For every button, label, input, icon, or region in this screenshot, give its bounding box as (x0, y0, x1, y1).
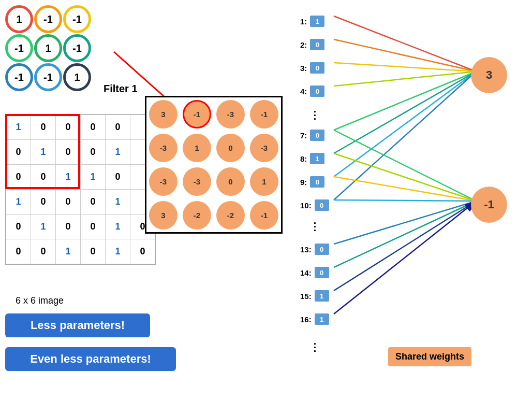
input-node-7: 10:0 (300, 199, 329, 211)
image-cell-2-4: 0 (106, 165, 130, 190)
conv-cell-3-1: -2 (180, 198, 214, 232)
input-label-3: 4: (300, 87, 307, 96)
conv-cell-0-3: -1 (247, 97, 281, 131)
input-value-4: 0 (310, 130, 324, 141)
input-value-9: 0 (315, 267, 329, 278)
input-label-2: 3: (300, 64, 307, 73)
conv-cell-0-0: 3 (146, 97, 180, 131)
filter-cell-5: -1 (63, 34, 91, 62)
conv-circle-0-3: -1 (250, 100, 278, 128)
image-cell-1-0: 0 (6, 140, 31, 165)
conv-cell-2-0: -3 (146, 165, 180, 198)
image-grid: 10000010010011010001010010001010 (5, 114, 156, 265)
image-cell-3-0: 1 (6, 190, 31, 215)
dots-2: ⋮ (309, 341, 320, 353)
image-cell-0-1: 0 (31, 115, 56, 140)
neural-network-area: 1:12:03:04:07:08:19:010:013:014:015:116:… (300, 5, 528, 394)
image-cell-0-4: 0 (106, 115, 130, 140)
conv-cell-1-1: 1 (180, 131, 214, 165)
image-cell-2-2: 1 (56, 165, 81, 190)
input-label-6: 9: (300, 178, 307, 187)
image-cell-5-3: 0 (81, 239, 106, 264)
filter-kernel: 1-1-1-11-1-1-11 (5, 5, 91, 91)
input-value-5: 1 (310, 153, 324, 164)
input-node-10: 15:1 (300, 290, 329, 302)
conv-circle-0-0: 3 (149, 100, 178, 128)
conv-circle-2-3: 1 (250, 167, 278, 196)
filter-cell-6: -1 (5, 63, 33, 91)
image-cell-3-2: 0 (56, 190, 81, 215)
input-value-1: 0 (310, 39, 324, 50)
input-node-9: 14:0 (300, 267, 329, 278)
image-cell-4-1: 1 (31, 215, 56, 239)
conv-cell-0-1: -1 (180, 97, 214, 131)
input-value-3: 0 (310, 85, 324, 97)
less-params-button[interactable]: Less parameters! (5, 313, 150, 337)
input-value-11: 1 (315, 313, 329, 325)
filter-cell-7: -1 (34, 63, 62, 91)
input-node-1: 2:0 (300, 39, 324, 50)
image-cell-5-5: 0 (130, 239, 155, 264)
conv-cell-1-2: 0 (214, 131, 247, 165)
shared-weights-label: Shared weights (388, 347, 471, 366)
image-cell-5-0: 0 (6, 239, 31, 264)
input-node-6: 9:0 (300, 176, 324, 188)
conv-cell-3-3: -1 (247, 198, 281, 232)
input-label-9: 14: (300, 268, 312, 277)
input-value-7: 0 (315, 199, 329, 211)
image-cell-1-4: 1 (106, 140, 130, 165)
image-cell-5-4: 1 (106, 239, 130, 264)
input-label-5: 8: (300, 154, 307, 163)
conv-circle-3-1: -2 (183, 201, 211, 230)
filter-cell-1: -1 (34, 5, 62, 33)
conv-cell-2-2: 0 (214, 165, 247, 198)
filter-cell-0: 1 (5, 5, 33, 33)
conv-cell-1-0: -3 (146, 131, 180, 165)
image-cell-5-1: 0 (31, 239, 56, 264)
dots-1: ⋮ (309, 220, 320, 233)
image-cell-3-4: 1 (106, 190, 130, 215)
filter-cell-8: 1 (63, 63, 91, 91)
conv-circle-1-3: -3 (250, 134, 278, 162)
image-cell-3-1: 0 (31, 190, 56, 215)
image-cell-4-2: 0 (56, 215, 81, 239)
input-label-11: 16: (300, 315, 312, 324)
image-cell-3-3: 0 (81, 190, 106, 215)
image-cell-0-2: 0 (56, 115, 81, 140)
input-label-1: 2: (300, 40, 307, 49)
image-cell-2-0: 0 (6, 165, 31, 190)
input-value-2: 0 (310, 62, 324, 74)
input-node-11: 16:1 (300, 313, 329, 325)
image-cell-4-0: 0 (6, 215, 31, 239)
input-label-0: 1: (300, 17, 307, 26)
filter-cell-4: 1 (34, 34, 62, 62)
filter-cell-2: -1 (63, 5, 91, 33)
image-cell-1-2: 0 (56, 140, 81, 165)
dots-0: ⋮ (309, 109, 320, 121)
image-cell-0-3: 0 (81, 115, 106, 140)
input-node-3: 4:0 (300, 85, 324, 97)
conv-circle-3-0: 3 (149, 201, 178, 230)
conv-circle-1-2: 0 (216, 134, 245, 162)
output-node-0: 3 (471, 57, 507, 93)
conv-output-grid: 3-1-3-1-310-3-3-3013-2-2-1 (145, 96, 283, 234)
input-value-0: 1 (310, 16, 324, 27)
output-node-1: -1 (471, 187, 507, 223)
input-label-4: 7: (300, 131, 307, 140)
image-cell-0-0: 1 (6, 115, 31, 140)
image-cell-4-4: 1 (106, 215, 130, 239)
conv-circle-2-2: 0 (216, 167, 245, 196)
conv-cell-2-3: 1 (247, 165, 281, 198)
input-node-2: 3:0 (300, 62, 324, 74)
input-label-7: 10: (300, 201, 312, 210)
input-node-8: 13:0 (300, 244, 329, 255)
image-cell-1-3: 0 (81, 140, 106, 165)
conv-circle-0-2: -3 (216, 100, 245, 128)
even-less-params-button[interactable]: Even less parameters! (5, 347, 176, 371)
image-cell-2-1: 0 (31, 165, 56, 190)
image-cell-1-1: 1 (31, 140, 56, 165)
input-label-10: 15: (300, 292, 312, 301)
conv-circle-1-1: 1 (183, 134, 211, 162)
input-value-8: 0 (315, 244, 329, 255)
input-value-6: 0 (310, 176, 324, 188)
